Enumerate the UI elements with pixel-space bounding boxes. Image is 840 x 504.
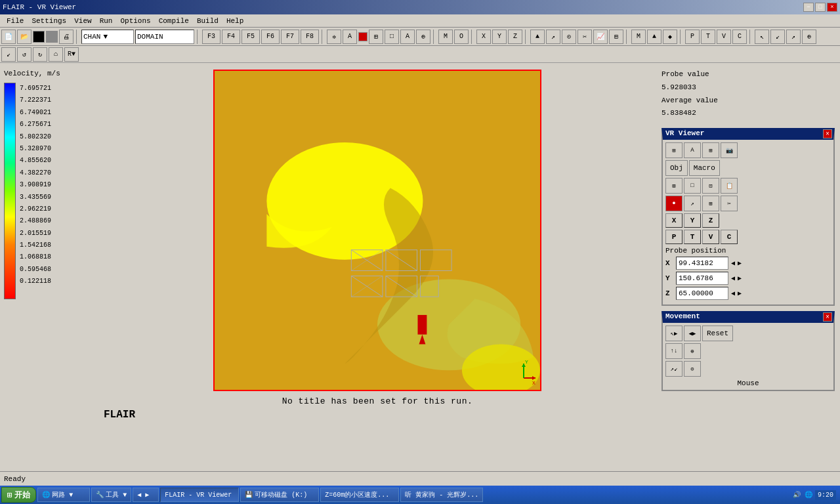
menu-options[interactable]: Options — [116, 14, 154, 27]
vr-t-btn[interactable]: T — [684, 230, 701, 244]
vr-btn-a[interactable]: A — [684, 142, 701, 158]
tb-new[interactable]: 📄 — [1, 30, 16, 44]
probe-z-inc[interactable]: ▶ — [738, 289, 742, 297]
vr-btn-r4-4[interactable]: ✂ — [721, 196, 738, 211]
probe-z-dec[interactable]: ◀ — [731, 289, 735, 297]
taskbar-speed[interactable]: Z=60m的小区速度... — [320, 488, 399, 502]
mv-diag[interactable]: ↗↙ — [665, 361, 682, 377]
tb2-cw[interactable]: ↻ — [33, 47, 47, 62]
tb-extra4[interactable]: ⊞ — [369, 30, 383, 44]
tb-cut[interactable]: ✂ — [578, 30, 592, 44]
menu-view[interactable]: View — [70, 14, 95, 27]
tb-color2[interactable] — [46, 31, 58, 43]
vr-c-btn[interactable]: C — [721, 230, 738, 244]
tb-extra5[interactable]: □ — [385, 30, 399, 44]
tb-chart[interactable]: 📈 — [593, 30, 608, 44]
menu-compile[interactable]: Compile — [155, 14, 193, 27]
tb-extra2[interactable]: A — [343, 30, 357, 44]
tb2-home[interactable]: ⌂ — [49, 47, 63, 62]
taskbar-nav[interactable]: ◀ ▶ — [133, 488, 159, 502]
taskbar-tools[interactable]: 🔧 工具 ▼ — [91, 488, 131, 502]
probe-y-dec[interactable]: ◀ — [731, 274, 735, 282]
tb-f5[interactable]: F5 — [242, 30, 260, 44]
vr-btn-r4-1[interactable]: ● — [665, 196, 682, 211]
movement-close[interactable]: × — [823, 312, 832, 322]
tb-f7[interactable]: F7 — [281, 30, 299, 44]
tb-t[interactable]: T — [701, 30, 715, 44]
vr-macro-btn[interactable]: Macro — [689, 160, 720, 176]
tb-circle[interactable]: ⊙ — [562, 30, 576, 44]
tb-arr[interactable]: ▲ — [647, 30, 662, 44]
taskbar-network[interactable]: 🌐 网路 ▼ — [37, 488, 90, 502]
menu-file[interactable]: File — [3, 14, 28, 27]
tb-extra1[interactable]: ✲ — [327, 30, 341, 44]
mv-cross[interactable]: ⊕ — [684, 343, 701, 359]
minimize-button[interactable]: − — [803, 3, 814, 12]
tb-f8[interactable]: F8 — [301, 30, 319, 44]
tb2-r[interactable]: R▼ — [64, 47, 79, 62]
domain-input[interactable]: DOMAIN — [135, 30, 194, 44]
tb-v[interactable]: V — [717, 30, 731, 44]
vr-y-btn[interactable]: Y — [684, 213, 701, 228]
chan-dropdown[interactable]: CHAN ▼ — [81, 30, 134, 44]
close-button[interactable]: × — [827, 3, 837, 12]
tb-f3[interactable]: F3 — [202, 30, 220, 44]
menu-help[interactable]: Help — [222, 14, 247, 27]
tb-x[interactable]: X — [476, 30, 491, 44]
vr-btn-r4-2[interactable]: ↗ — [684, 196, 701, 211]
vr-z-btn[interactable]: Z — [702, 213, 719, 228]
mv-lr[interactable]: ◀▶ — [684, 326, 701, 341]
maximize-button[interactable]: □ — [815, 3, 826, 12]
vr-btn-grid[interactable]: ⊞ — [665, 142, 682, 158]
tb-m2[interactable]: M — [631, 30, 646, 44]
vr-x-btn[interactable]: X — [665, 213, 682, 228]
tb-c[interactable]: C — [732, 30, 747, 44]
tb-arrowne[interactable]: ↗ — [546, 30, 560, 44]
taskbar-music[interactable]: 听 黄家驹 - 光辉岁... — [400, 488, 483, 502]
probe-x-dec[interactable]: ◀ — [731, 259, 735, 267]
tb2-ccw[interactable]: ↺ — [17, 47, 32, 62]
tb-color1[interactable] — [33, 31, 45, 43]
vr-btn-grid2[interactable]: ⊞ — [702, 142, 719, 158]
tb-f4[interactable]: F4 — [222, 30, 240, 44]
tb-extra6[interactable]: A — [400, 30, 415, 44]
tb2-sw[interactable]: ↙ — [1, 47, 16, 62]
mv-reset[interactable]: Reset — [702, 326, 733, 341]
mv-rot[interactable]: ⊙ — [684, 361, 701, 377]
menu-run[interactable]: Run — [96, 14, 117, 27]
vr-btn-cam[interactable]: 📷 — [721, 142, 738, 158]
tb-plus[interactable]: ⊕ — [802, 30, 816, 44]
vr-btn-r3-2[interactable]: □ — [684, 178, 701, 194]
taskbar-flair[interactable]: FLAIR - VR Viewer — [160, 488, 239, 502]
vr-btn-r3-1[interactable]: ⊞ — [665, 178, 682, 194]
menu-settings[interactable]: Settings — [28, 14, 70, 27]
tb-m[interactable]: M — [438, 30, 453, 44]
vr-viewer-close[interactable]: × — [823, 129, 832, 138]
tb-extra7[interactable]: ⊕ — [416, 30, 430, 44]
probe-x-inc[interactable]: ▶ — [738, 259, 742, 267]
tb-z[interactable]: Z — [508, 30, 522, 44]
tb-print[interactable]: 🖨 — [59, 30, 74, 44]
tb-diamond[interactable]: ◆ — [663, 30, 677, 44]
tb-arrowup[interactable]: ▲ — [530, 30, 545, 44]
vr-obj-btn[interactable]: Obj — [665, 160, 688, 176]
tb-p[interactable]: P — [685, 30, 700, 44]
probe-y-inc[interactable]: ▶ — [738, 274, 742, 282]
vr-v-btn[interactable]: V — [702, 230, 719, 244]
tb-o[interactable]: O — [454, 30, 469, 44]
tb-extra3[interactable] — [358, 32, 368, 41]
tb-open[interactable]: 📂 — [17, 30, 32, 44]
vr-btn-r4-3[interactable]: ⊞ — [702, 196, 719, 211]
tb-nw[interactable]: ↖ — [755, 30, 769, 44]
tb-f6[interactable]: F6 — [261, 30, 280, 44]
vr-btn-r3-3[interactable]: ⊡ — [702, 178, 719, 194]
menu-build[interactable]: Build — [193, 14, 222, 27]
taskbar-disk[interactable]: 💾 可移动磁盘 (K:) — [240, 488, 319, 502]
start-button[interactable]: ⊞ 开始 — [1, 487, 36, 503]
vr-p-btn[interactable]: P — [665, 230, 682, 244]
mv-ud[interactable]: ↑↓ — [665, 343, 682, 359]
viewport-canvas[interactable]: X Y — [213, 70, 541, 391]
tb-y[interactable]: Y — [492, 30, 507, 44]
vr-btn-r3-4[interactable]: 📋 — [721, 178, 738, 194]
tb-ne[interactable]: ↗ — [786, 30, 801, 44]
